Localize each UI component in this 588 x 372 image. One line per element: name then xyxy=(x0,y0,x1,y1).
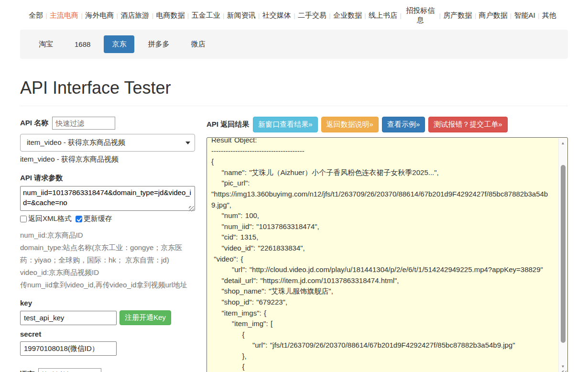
divider xyxy=(258,12,260,19)
nav-item-hardware-industry[interactable]: 五金工业 xyxy=(192,11,220,20)
nav-item-merchant-data[interactable]: 商户数据 xyxy=(479,11,507,20)
key-input[interactable] xyxy=(20,311,117,325)
result-content-area: Result Object: -------------------------… xyxy=(207,138,558,372)
params-help-text: num_iid:京东商品ID domain_type:站点名称(京东工业：gon… xyxy=(20,229,195,291)
nav-item-ecommerce-data[interactable]: 电商数据 xyxy=(156,11,185,20)
divider xyxy=(152,12,153,19)
nav-item-news[interactable]: 新闻资讯 xyxy=(227,11,256,20)
help-line: domain_type:站点名称(京东工业：gongye；京东医药：yiyao；… xyxy=(20,241,195,266)
request-panel: API 名称 item_video - 获得京东商品视频 item_video … xyxy=(20,116,195,372)
checkbox-unchecked-icon[interactable] xyxy=(20,216,27,222)
result-header-label: API 返回结果 xyxy=(207,120,249,129)
open-in-new-window-button[interactable]: 新窗口查看结果» xyxy=(253,117,317,132)
nav-item-online-bookstore[interactable]: 线上书店 xyxy=(369,11,397,20)
key-label: key xyxy=(20,299,195,307)
divider xyxy=(400,12,401,19)
params-label: API 请求参数 xyxy=(20,174,195,183)
nav-item-real-estate-data[interactable]: 房产数据 xyxy=(443,11,472,20)
api-filter-input[interactable] xyxy=(52,117,115,130)
divider xyxy=(20,106,568,106)
update-cache-checkbox[interactable]: 更新缓存 xyxy=(76,214,112,223)
checkbox-checked-icon[interactable] xyxy=(76,216,82,222)
secret-input[interactable] xyxy=(20,341,117,356)
scroll-up-icon[interactable] xyxy=(559,139,567,147)
nav-item-enterprise-data[interactable]: 企业数据 xyxy=(333,11,362,20)
register-key-button[interactable]: 注册开通Key xyxy=(120,310,171,325)
xml-format-label: 返回XML格式 xyxy=(28,214,72,223)
tab-weidian[interactable]: 微店 xyxy=(183,35,213,53)
report-issue-button[interactable]: 测试报错？提交工单» xyxy=(428,117,507,132)
nav-item-mainstream-ecommerce[interactable]: 主流电商 xyxy=(50,11,78,20)
params-textarea[interactable]: num_iid=10137863318474&domain_type=jd&vi… xyxy=(20,186,195,211)
tab-1688[interactable]: 1688 xyxy=(66,36,98,53)
chevron-down-icon xyxy=(185,142,190,144)
divider xyxy=(510,12,512,19)
scroll-down-icon[interactable] xyxy=(559,362,567,370)
divider xyxy=(364,12,366,19)
scrollbar[interactable] xyxy=(558,138,567,372)
scrollbar-thumb[interactable] xyxy=(561,165,566,343)
page-title: API Interface Tester xyxy=(20,78,588,98)
secret-label: secret xyxy=(20,330,195,338)
tab-jd[interactable]: 京东 xyxy=(104,35,134,53)
divider xyxy=(538,12,539,19)
divider xyxy=(81,12,82,19)
divider xyxy=(223,12,224,19)
api-select[interactable]: item_video - 获得京东商品视频 xyxy=(20,134,195,152)
category-nav: 全部 主流电商 海外电商 酒店旅游 电商数据 五金工业 新闻资讯 社交媒体 二手… xyxy=(29,5,556,26)
divider xyxy=(439,12,441,19)
language-filter-input[interactable] xyxy=(38,368,101,372)
divider xyxy=(329,12,330,19)
result-output[interactable]: Result Object: -------------------------… xyxy=(207,137,568,372)
divider xyxy=(475,12,476,19)
help-line: num_iid:京东商品ID xyxy=(20,229,195,241)
help-line: 传num_iid拿到video_id,再传video_id拿到视频url地址 xyxy=(20,279,195,291)
api-selected-caption: item_video - 获得京东商品视频 xyxy=(20,155,195,164)
view-example-button[interactable]: 查看示例» xyxy=(382,117,425,132)
nav-item-other[interactable]: 其他 xyxy=(542,11,556,20)
platform-tabs: 淘宝 1688 京东 拼多多 微店 xyxy=(20,30,568,59)
language-label: 语言 xyxy=(20,370,34,372)
nav-item-bidding-info[interactable]: 招投标信息 xyxy=(404,6,436,25)
api-name-label: API 名称 xyxy=(20,119,48,128)
nav-item-ai[interactable]: 智能AI xyxy=(514,11,535,20)
divider xyxy=(117,12,118,19)
result-json-text: Result Object: -------------------------… xyxy=(207,138,558,372)
api-select-value: item_video - 获得京东商品视频 xyxy=(27,138,125,147)
nav-item-hotel-travel[interactable]: 酒店旅游 xyxy=(120,11,149,20)
update-cache-label: 更新缓存 xyxy=(84,214,112,223)
divider xyxy=(187,12,189,19)
nav-item-overseas-ecommerce[interactable]: 海外电商 xyxy=(85,11,114,20)
help-line: video_id:京东商品视频ID xyxy=(20,266,195,279)
tab-taobao[interactable]: 淘宝 xyxy=(31,35,61,53)
xml-format-checkbox[interactable]: 返回XML格式 xyxy=(20,214,72,223)
data-doc-button[interactable]: 返回数据说明» xyxy=(321,117,379,132)
nav-item-social-media[interactable]: 社交媒体 xyxy=(262,11,291,20)
result-panel: API 返回结果 新窗口查看结果» 返回数据说明» 查看示例» 测试报错？提交工… xyxy=(207,116,568,372)
nav-item-secondhand[interactable]: 二手交易 xyxy=(298,11,327,20)
nav-item-all[interactable]: 全部 xyxy=(29,11,43,20)
resize-grip-icon[interactable] xyxy=(189,206,194,211)
divider xyxy=(45,12,47,19)
tab-pinduoduo[interactable]: 拼多多 xyxy=(140,35,177,53)
divider xyxy=(294,12,295,19)
